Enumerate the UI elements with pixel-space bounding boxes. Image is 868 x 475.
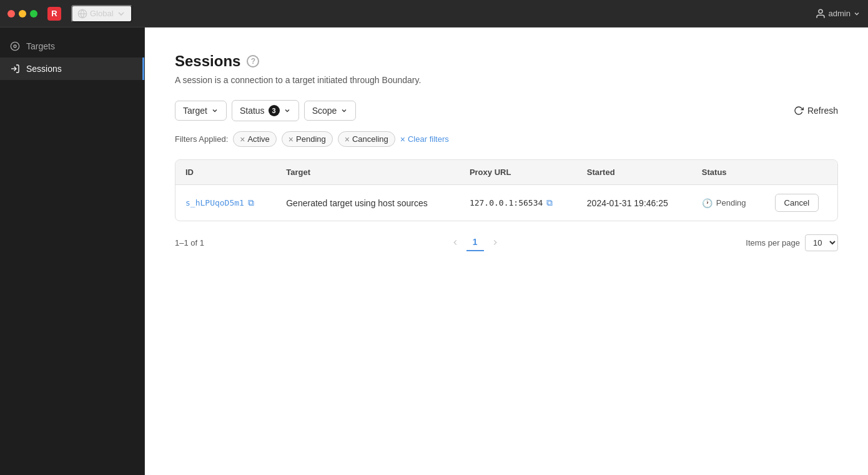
- session-id-link[interactable]: s_hLPUqoD5m1 ⧉: [185, 198, 266, 208]
- help-button[interactable]: ?: [247, 55, 259, 68]
- svg-point-4: [14, 45, 16, 48]
- sidebar: Targets Sessions: [0, 28, 145, 475]
- col-started: Started: [577, 160, 692, 185]
- content-area: Sessions ? A session is a connection to …: [145, 28, 868, 475]
- chevron-down-icon-status: [284, 107, 291, 114]
- status-filter-button[interactable]: Status 3: [232, 100, 299, 121]
- status-filter-badge: 3: [269, 105, 280, 116]
- filter-tag-canceling: × Canceling: [338, 131, 395, 147]
- pending-icon: 🕐: [702, 198, 713, 208]
- close-button[interactable]: [7, 10, 15, 18]
- table-header: ID Target Proxy URL Started Status: [175, 160, 837, 185]
- session-target-cell: Generated target using host sources: [276, 185, 460, 221]
- copy-id-icon[interactable]: ⧉: [248, 198, 254, 208]
- cancel-session-button[interactable]: Cancel: [775, 194, 819, 212]
- remove-pending-filter[interactable]: ×: [289, 135, 293, 144]
- main-layout: Targets Sessions Sessions ? A session is…: [0, 28, 868, 475]
- filter-tag-active: × Active: [233, 131, 277, 147]
- user-icon: [815, 8, 826, 19]
- refresh-icon: [794, 106, 804, 116]
- sidebar-item-targets[interactable]: Targets: [0, 35, 144, 58]
- session-id-text: s_hLPUqoD5m1: [185, 198, 244, 208]
- target-filter-label: Target: [183, 106, 207, 116]
- svg-point-3: [11, 42, 19, 50]
- pagination-count: 1–1 of 1: [175, 238, 204, 248]
- scope-filter-label: Scope: [312, 106, 337, 116]
- prev-page-button[interactable]: [446, 234, 464, 251]
- proxy-url-text: 127.0.0.1:56534 ⧉: [470, 198, 567, 208]
- sessions-table: ID Target Proxy URL Started Status s_hLP…: [175, 160, 837, 221]
- copy-proxy-icon[interactable]: ⧉: [546, 198, 553, 208]
- page-1-button[interactable]: 1: [466, 234, 484, 251]
- items-per-page-select[interactable]: 10 25 50: [805, 234, 838, 251]
- target-icon: [10, 41, 20, 51]
- col-target: Target: [276, 160, 460, 185]
- col-actions: [765, 160, 837, 185]
- items-per-page-control: Items per page 10 25 50: [746, 234, 838, 251]
- titlebar: R Global admin: [0, 0, 868, 28]
- global-label: Global: [90, 9, 114, 18]
- page-1-label: 1: [473, 237, 478, 247]
- filters-row: Target Status 3 Scope: [175, 100, 838, 121]
- sidebar-item-sessions[interactable]: Sessions: [0, 58, 144, 80]
- sessions-table-container: ID Target Proxy URL Started Status s_hLP…: [175, 159, 838, 221]
- minimize-button[interactable]: [19, 10, 26, 18]
- chevron-down-icon-target: [211, 107, 219, 114]
- remove-active-filter[interactable]: ×: [240, 135, 245, 144]
- session-started-text: 2024-01-31 19:46:25: [587, 198, 668, 208]
- session-id-cell: s_hLPUqoD5m1 ⧉: [175, 185, 276, 221]
- pending-filter-label: Pending: [296, 134, 326, 144]
- pagination-controls: 1: [446, 234, 504, 251]
- table-row: s_hLPUqoD5m1 ⧉ Generated target using ho…: [175, 185, 837, 221]
- page-title: Sessions: [175, 52, 240, 70]
- svg-point-2: [819, 9, 822, 13]
- canceling-filter-label: Canceling: [352, 134, 388, 144]
- refresh-button[interactable]: Refresh: [794, 106, 838, 116]
- chevron-right-icon: [491, 238, 500, 247]
- session-target-text: Generated target using host sources: [286, 198, 427, 208]
- global-menu-button[interactable]: Global: [71, 5, 132, 22]
- applied-filters-row: Filters Applied: × Active × Pending × Ca…: [175, 131, 838, 147]
- titlebar-right: admin: [815, 8, 861, 19]
- target-filter-button[interactable]: Target: [175, 101, 227, 121]
- chevron-left-icon: [451, 238, 460, 247]
- session-status-text: Pending: [716, 198, 746, 208]
- clear-filters-label: Clear filters: [408, 134, 449, 144]
- refresh-label: Refresh: [807, 106, 838, 116]
- next-page-button[interactable]: [486, 234, 504, 251]
- session-status-cell: 🕐 Pending: [692, 185, 765, 221]
- filters-applied-label: Filters Applied:: [175, 134, 228, 144]
- page-description: A session is a connection to a target in…: [175, 75, 838, 85]
- admin-label: admin: [829, 9, 851, 18]
- col-proxy-url: Proxy URL: [460, 160, 577, 185]
- col-status: Status: [692, 160, 765, 185]
- admin-menu-button[interactable]: admin: [815, 8, 861, 19]
- session-actions-cell: Cancel: [765, 185, 837, 221]
- session-started-cell: 2024-01-31 19:46:25: [577, 185, 692, 221]
- sidebar-item-sessions-label: Sessions: [26, 64, 62, 74]
- col-id: ID: [175, 160, 276, 185]
- items-per-page-label: Items per page: [746, 238, 800, 248]
- sidebar-item-targets-label: Targets: [26, 41, 55, 51]
- maximize-button[interactable]: [30, 10, 37, 18]
- clear-filters-button[interactable]: × Clear filters: [400, 134, 449, 144]
- sessions-icon: [10, 64, 20, 74]
- status-filter-label: Status: [240, 106, 265, 116]
- page-header: Sessions ?: [175, 52, 838, 70]
- scope-filter-button[interactable]: Scope: [304, 101, 357, 121]
- chevron-down-icon: [116, 9, 126, 19]
- globe-icon: [77, 9, 87, 19]
- session-proxy-cell: 127.0.0.1:56534 ⧉: [460, 185, 577, 221]
- chevron-down-icon-admin: [853, 10, 861, 18]
- filter-tag-pending: × Pending: [282, 131, 333, 147]
- session-status-badge: 🕐 Pending: [702, 198, 755, 208]
- chevron-down-icon-scope: [340, 107, 348, 114]
- clear-icon: ×: [400, 134, 405, 144]
- active-filter-label: Active: [247, 134, 269, 144]
- pagination-row: 1–1 of 1 1 Items per page: [175, 234, 838, 251]
- table-body: s_hLPUqoD5m1 ⧉ Generated target using ho…: [175, 185, 837, 221]
- app-logo: R: [47, 7, 61, 21]
- traffic-lights: [7, 10, 37, 18]
- filters-right: Refresh: [794, 106, 838, 116]
- remove-canceling-filter[interactable]: ×: [345, 135, 350, 144]
